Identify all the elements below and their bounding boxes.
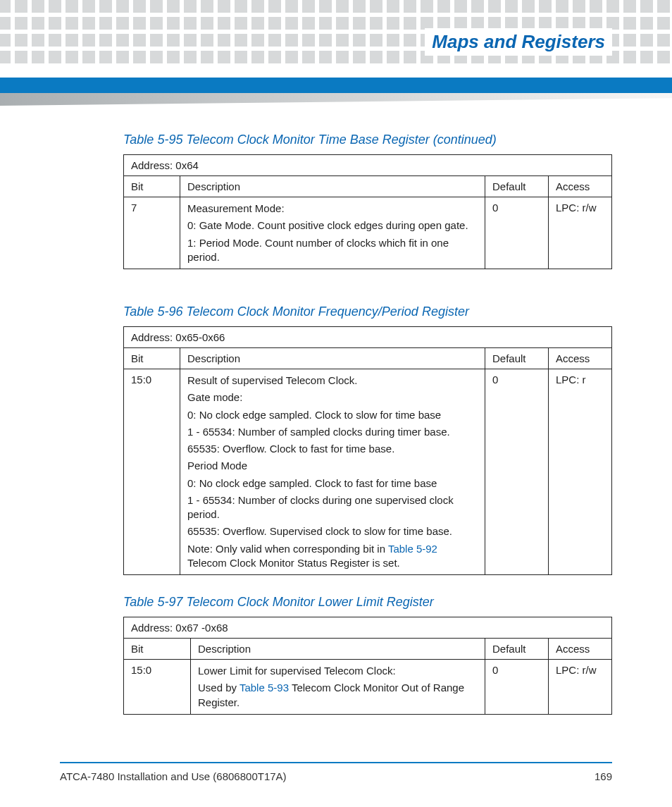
access-cell: LPC: r (549, 369, 612, 575)
register-table: Address: 0x65-0x66 Bit Description Defau… (123, 326, 612, 575)
default-cell: 0 (485, 660, 549, 715)
header-row: Bit Description Default Access (124, 639, 612, 660)
page-footer: ATCA-7480 Installation and Use (6806800T… (60, 762, 612, 782)
col-bit: Bit (124, 176, 180, 197)
col-default: Default (485, 639, 549, 660)
header-row: Bit Description Default Access (124, 348, 612, 369)
desc-cell: Measurement Mode: 0: Gate Mode. Count po… (180, 197, 485, 269)
bit-cell: 15:0 (124, 660, 191, 715)
header-bar (0, 78, 672, 93)
table-caption: Table 5-97 Telecom Clock Monitor Lower L… (123, 595, 612, 610)
desc-line: 1: Period Mode. Count number of clocks w… (187, 236, 478, 265)
table-link[interactable]: Table 5-92 (388, 543, 437, 555)
col-bit: Bit (124, 639, 191, 660)
table-link[interactable]: Table 5-93 (239, 682, 289, 694)
col-desc: Description (180, 176, 485, 197)
table-row: 15:0 Result of supervised Telecom Clock.… (124, 369, 612, 575)
desc-line: 1 - 65534: Number of clocks during one s… (187, 493, 478, 522)
footer-page-number: 169 (595, 770, 612, 782)
desc-line: 65535: Overflow. Clock to fast for time … (187, 442, 478, 456)
default-cell: 0 (485, 369, 549, 575)
desc-line: 0: No clock edge sampled. Clock to slow … (187, 408, 478, 422)
desc-line: Measurement Mode: (187, 202, 478, 216)
desc-line: 0: Gate Mode. Count positive clock edges… (187, 218, 478, 233)
register-table: Address: 0x67 -0x68 Bit Description Defa… (123, 617, 612, 715)
desc-line: Gate mode: (187, 390, 478, 405)
address-cell: Address: 0x64 (124, 155, 612, 176)
address-row: Address: 0x64 (124, 155, 612, 176)
col-default: Default (485, 348, 549, 369)
table-caption: Table 5-96 Telecom Clock Monitor Frequen… (123, 304, 612, 319)
footer-doc-title: ATCA-7480 Installation and Use (6806800T… (60, 770, 287, 782)
address-cell: Address: 0x67 -0x68 (124, 617, 612, 639)
desc-note: Used by Table 5-93 Telecom Clock Monitor… (198, 681, 478, 710)
col-desc: Description (191, 639, 485, 660)
desc-note: Note: Only valid when corresponding bit … (187, 542, 478, 571)
page-content: Table 5-95 Telecom Clock Monitor Time Ba… (123, 127, 612, 715)
bit-cell: 7 (124, 197, 180, 269)
desc-line: 65535: Overflow. Supervised clock to slo… (187, 524, 478, 538)
section-title: Maps and Registers (425, 28, 612, 56)
desc-line: 0: No clock edge sampled. Clock to fast … (187, 476, 478, 491)
register-table: Address: 0x64 Bit Description Default Ac… (123, 154, 612, 269)
desc-line: 1 - 65534: Number of sampled clocks duri… (187, 425, 478, 439)
bit-cell: 15:0 (124, 369, 180, 575)
access-cell: LPC: r/w (549, 660, 612, 715)
table-row: 7 Measurement Mode: 0: Gate Mode. Count … (124, 197, 612, 269)
access-cell: LPC: r/w (549, 197, 612, 269)
desc-cell: Result of supervised Telecom Clock. Gate… (180, 369, 485, 575)
header-shadow (0, 93, 672, 106)
desc-cell: Lower Limit for supervised Telecom Clock… (191, 660, 485, 715)
address-row: Address: 0x67 -0x68 (124, 617, 612, 639)
col-access: Access (549, 639, 612, 660)
col-access: Access (549, 348, 612, 369)
address-cell: Address: 0x65-0x66 (124, 327, 612, 348)
col-bit: Bit (124, 348, 180, 369)
desc-line: Period Mode (187, 459, 478, 473)
col-desc: Description (180, 348, 485, 369)
desc-line: Lower Limit for supervised Telecom Clock… (198, 664, 478, 678)
header-row: Bit Description Default Access (124, 176, 612, 197)
col-access: Access (549, 176, 612, 197)
table-caption: Table 5-95 Telecom Clock Monitor Time Ba… (123, 133, 612, 147)
default-cell: 0 (485, 197, 549, 269)
table-row: 15:0 Lower Limit for supervised Telecom … (124, 660, 612, 715)
address-row: Address: 0x65-0x66 (124, 327, 612, 348)
col-default: Default (485, 176, 549, 197)
desc-line: Result of supervised Telecom Clock. (187, 374, 478, 388)
